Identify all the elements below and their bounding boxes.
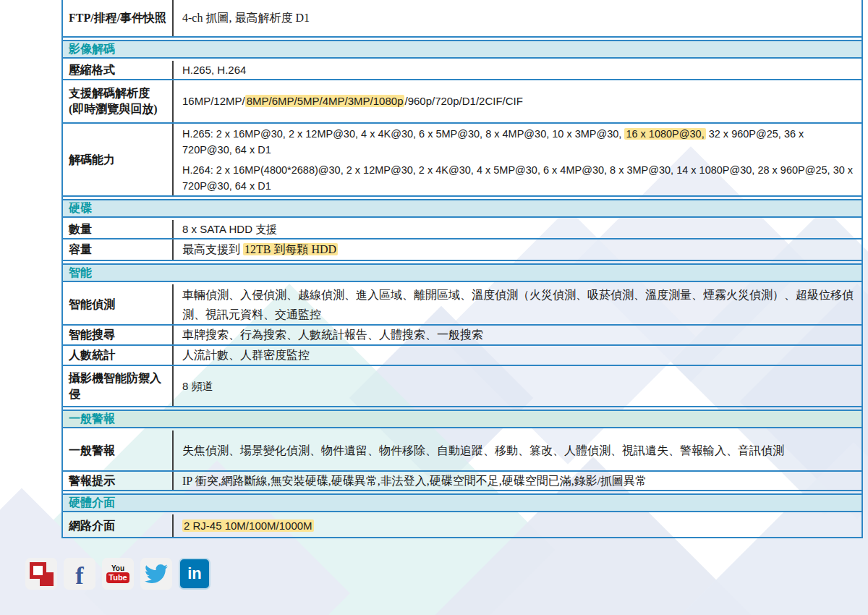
table-row: FTP/排程/事件快照 4-ch 抓圖, 最高解析度 D1 bbox=[63, 0, 861, 38]
highlight-span: 8MP/6MP/5MP/4MP/3MP/1080p bbox=[245, 95, 405, 107]
social-links: f You Tube in bbox=[25, 558, 210, 590]
table-row: 解碼能力 H.265: 2 x 16MP@30, 2 x 12MP@30, 4 … bbox=[63, 124, 861, 197]
table-row: 網路介面 2 RJ-45 10M/100M/1000M bbox=[63, 514, 861, 538]
facebook-icon[interactable]: f bbox=[64, 558, 95, 590]
highlight-span: 2 RJ-45 10M/100M/1000M bbox=[182, 519, 314, 532]
table-row: 容量 最高支援到 12TB 到每顆 HDD bbox=[63, 239, 861, 261]
table-row: 警報提示 IP 衝突,網路斷線,無安裝硬碟,硬碟異常,非法登入,硬碟空間不足,硬… bbox=[63, 472, 861, 491]
row-value: 人流計數、人群密度監控 bbox=[174, 346, 861, 365]
row-value: H.265: 2 x 16MP@30, 2 x 12MP@30, 4 x 4K@… bbox=[174, 124, 861, 195]
twitter-bird-icon[interactable] bbox=[140, 558, 172, 590]
table-row: 一般警報 失焦偵測、場景變化偵測、物件遺留、物件移除、自動追蹤、移動、篡改、人體… bbox=[63, 430, 861, 472]
row-label: 警報提示 bbox=[63, 472, 174, 490]
row-value: 車輛偵測、入侵偵測、越線偵測、進入區域、離開區域、溫度偵測（火災偵測、吸菸偵測、… bbox=[174, 284, 861, 324]
table-row: 壓縮格式 H.265, H.264 bbox=[63, 61, 861, 80]
row-value: 車牌搜索、行為搜索、人數統計報告、人體搜索、一般搜索 bbox=[174, 326, 861, 344]
table-row: 數量 8 x SATA HDD 支援 bbox=[63, 220, 861, 239]
row-label-line2: (即時瀏覽與回放) bbox=[69, 101, 169, 117]
row-label: 容量 bbox=[63, 239, 174, 260]
row-label: 支援解碼解析度 (即時瀏覽與回放) bbox=[63, 80, 174, 122]
section-header: 智能 bbox=[63, 263, 861, 282]
row-label: 壓縮格式 bbox=[63, 61, 174, 79]
table-row: 支援解碼解析度 (即時瀏覽與回放) 16MP/12MP/8MP/6MP/5MP/… bbox=[63, 80, 861, 124]
highlight-span: 12TB 到每顆 HDD bbox=[243, 243, 338, 255]
section-header: 影像解碼 bbox=[63, 40, 861, 59]
value-text: 最高支援到 12TB 到每顆 HDD bbox=[182, 242, 854, 258]
value-text: 16MP/12MP/8MP/6MP/5MP/4MP/3MP/1080p/960p… bbox=[182, 93, 854, 109]
table-row: 智能偵測 車輛偵測、入侵偵測、越線偵測、進入區域、離開區域、溫度偵測（火災偵測、… bbox=[63, 284, 861, 326]
row-label: 一般警報 bbox=[63, 430, 174, 470]
row-value: H.265, H.264 bbox=[174, 61, 861, 79]
row-value: 8 x SATA HDD 支援 bbox=[174, 220, 861, 238]
row-value: 最高支援到 12TB 到每顆 HDD bbox=[174, 239, 861, 260]
table-row: 智能搜尋 車牌搜索、行為搜索、人數統計報告、人體搜索、一般搜索 bbox=[63, 326, 861, 346]
decode-h265-line: H.265: 2 x 16MP@30, 2 x 12MP@30, 4 x 4K@… bbox=[182, 126, 854, 158]
table-row: 攝影機智能防禦入侵 8 頻道 bbox=[63, 366, 861, 407]
table-row: 人數統計 人流計數、人群密度監控 bbox=[63, 346, 861, 366]
lilin-logo-icon[interactable] bbox=[25, 558, 57, 590]
section-header: 一般警報 bbox=[63, 410, 861, 428]
value-text: 2 RJ-45 10M/100M/1000M bbox=[182, 518, 854, 534]
row-label: 數量 bbox=[63, 220, 174, 238]
row-label: FTP/排程/事件快照 bbox=[63, 0, 174, 36]
highlight-span: 16 x 1080P@30, bbox=[624, 128, 705, 140]
spec-table: FTP/排程/事件快照 4-ch 抓圖, 最高解析度 D1 影像解碼 壓縮格式 … bbox=[61, 0, 863, 538]
row-value: 失焦偵測、場景變化偵測、物件遺留、物件移除、自動追蹤、移動、篡改、人體偵測、視訊… bbox=[174, 430, 861, 470]
row-label: 人數統計 bbox=[63, 346, 174, 365]
row-label: 解碼能力 bbox=[63, 124, 174, 195]
row-value: IP 衝突,網路斷線,無安裝硬碟,硬碟異常,非法登入,硬碟空間不足,硬碟空間已滿… bbox=[174, 472, 861, 490]
section-header: 硬碟 bbox=[63, 199, 861, 218]
row-value: 2 RJ-45 10M/100M/1000M bbox=[174, 514, 861, 537]
youtube-icon[interactable]: You Tube bbox=[102, 558, 134, 590]
row-label: 網路介面 bbox=[63, 514, 174, 537]
row-value: 16MP/12MP/8MP/6MP/5MP/4MP/3MP/1080p/960p… bbox=[174, 80, 861, 122]
row-label: 智能搜尋 bbox=[63, 326, 174, 344]
row-value: 8 頻道 bbox=[174, 366, 861, 406]
row-value: 4-ch 抓圖, 最高解析度 D1 bbox=[174, 0, 861, 36]
row-label: 智能偵測 bbox=[63, 284, 174, 324]
section-header: 硬體介面 bbox=[63, 493, 861, 512]
row-label: 攝影機智能防禦入侵 bbox=[63, 366, 174, 406]
row-label-line1: 支援解碼解析度 bbox=[69, 85, 169, 101]
linkedin-icon[interactable]: in bbox=[179, 558, 210, 590]
decode-h264-line: H.264: 2 x 16MP(4800*2688)@30, 2 x 12MP@… bbox=[182, 162, 854, 194]
